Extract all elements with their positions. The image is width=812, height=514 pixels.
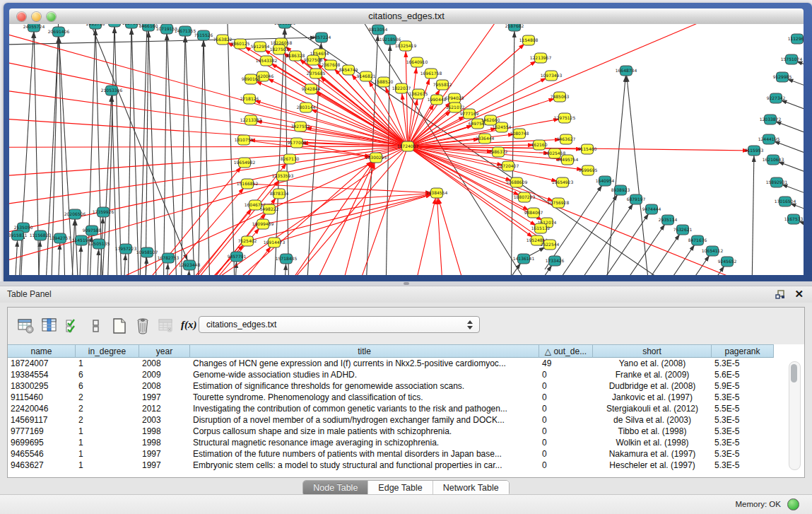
graph-node[interactable]: 18720407 (498, 161, 519, 171)
table-settings-icon[interactable] (18, 317, 35, 334)
graph-node[interactable]: 12975125 (554, 113, 576, 123)
column-header-year[interactable]: year (139, 344, 190, 358)
graph-node[interactable]: 9474444 (642, 204, 661, 214)
column-header-title[interactable]: title (190, 344, 539, 358)
graph-node[interactable]: 18325419 (395, 41, 417, 51)
graph-node[interactable]: 8938923 (611, 185, 630, 195)
graph-node[interactable]: 1362615 (409, 89, 428, 99)
graph-node[interactable]: 16961758 (420, 69, 442, 78)
tab-node-table[interactable]: Node Table (303, 481, 368, 496)
graph-node[interactable]: 16210643 (763, 155, 784, 165)
graph-node[interactable]: 9129985 (773, 72, 792, 82)
graph-node[interactable]: 7857224 (312, 33, 331, 42)
graph-node[interactable]: 6879197 (627, 194, 646, 204)
table-row[interactable]: 946362711997Embryonic stem cells: a mode… (8, 460, 789, 471)
graph-node[interactable]: 7986372 (489, 147, 508, 157)
graph-node[interactable]: 20206506 (64, 209, 86, 219)
table-row[interactable]: 969969511998Structural magnetic resonanc… (8, 437, 789, 448)
table-vertical-scrollbar[interactable] (789, 361, 801, 470)
close-panel-icon[interactable]: ✕ (794, 288, 804, 300)
graph-node[interactable]: 1810755 (235, 135, 254, 145)
table-row[interactable]: 946554611997Estimation of the future num… (8, 448, 789, 460)
panel-divider[interactable] (0, 281, 812, 286)
graph-node[interactable]: 9146821 (357, 71, 376, 81)
window-titlebar[interactable]: citations_edges.txt (9, 8, 804, 25)
graph-node[interactable]: 9115460 (578, 144, 597, 154)
graph-node[interactable]: 17016504 (775, 197, 796, 206)
stacked-squares-icon[interactable] (88, 317, 105, 334)
graph-node[interactable]: 1615132 (531, 223, 551, 233)
trash-icon[interactable] (134, 317, 151, 334)
graph-node[interactable]: 8813054 (369, 25, 388, 35)
memory-status-indicator[interactable] (787, 498, 799, 510)
column-header-name[interactable]: name (8, 344, 76, 358)
function-builder-icon[interactable]: f(x) (181, 319, 197, 331)
table-row[interactable]: 1456911722003Disruption of a novel membe… (8, 414, 789, 426)
graph-node[interactable]: 9463627 (557, 134, 576, 144)
table-row[interactable]: 1938455462009Genome-wide association stu… (8, 369, 789, 380)
select-column-icon[interactable] (41, 317, 58, 334)
graph-node[interactable]: 15718485 (276, 254, 298, 264)
table-row[interactable]: 1830029562008Estimation of significance … (8, 380, 789, 392)
graph-node[interactable]: 2493718 (86, 24, 105, 29)
graph-node[interactable]: 10958107 (136, 247, 158, 257)
graph-node[interactable]: 1154808 (519, 35, 539, 45)
scrollbar-thumb[interactable] (791, 364, 797, 382)
table-row[interactable]: 977716911998Corpus callosum shape and si… (8, 426, 789, 437)
graph-node[interactable]: 1527602 (122, 24, 141, 28)
column-header-short[interactable]: short (593, 344, 712, 358)
graph-node[interactable]: 15892931 (766, 177, 788, 187)
graph-node[interactable]: 18495754 (557, 155, 579, 165)
graph-node[interactable]: 20691406 (48, 27, 70, 37)
graph-node[interactable]: 1167533 (784, 214, 804, 224)
graph-node[interactable]: 8115953 (745, 146, 764, 156)
network-canvas[interactable]: 24055724 20691406 2493718 10655287 15276… (9, 24, 804, 275)
graph-node[interactable]: 16914473 (264, 238, 286, 247)
graph-node[interactable]: 7632621 (673, 225, 693, 235)
graph-node[interactable]: 10756928 (548, 198, 570, 208)
column-header-pagerank[interactable]: pagerank (712, 344, 774, 358)
select-rows-icon[interactable] (64, 317, 81, 334)
graph-node[interactable]: 7485063 (551, 92, 570, 102)
table-row[interactable]: 911546021997Tourette syndrome. Phenomeno… (8, 392, 789, 403)
graph-node[interactable]: 2935114 (659, 215, 678, 225)
graph-node[interactable]: 19654923 (552, 177, 574, 187)
table-select[interactable]: citations_edges.txt (199, 316, 480, 333)
graph-node[interactable]: 2367608 (322, 60, 341, 70)
graph-node[interactable]: 14671355 (175, 26, 196, 36)
graph-node[interactable]: 17359926 (93, 207, 114, 217)
table-row[interactable]: 2242004622012Investigating the contribut… (8, 403, 789, 414)
table-row[interactable]: 1872400712008Changes of HCN gene express… (8, 358, 789, 369)
graph-node[interactable]: 19654982 (234, 158, 256, 168)
tab-network-table[interactable]: Network Table (433, 481, 509, 496)
graph-node[interactable]: 15751074 (781, 54, 803, 64)
graph-node[interactable]: 12444195 (758, 134, 780, 144)
float-window-icon[interactable] (775, 289, 786, 300)
graph-node[interactable]: 8878334 (270, 189, 289, 199)
graph-node[interactable]: 12033872 (760, 115, 782, 124)
graph-node[interactable]: 9242844 (302, 84, 321, 94)
column-header-out-de-[interactable]: △ out_de... (539, 344, 593, 358)
graph-node[interactable]: 8471676 (688, 235, 707, 245)
column-header-in-degree[interactable]: in_degree (76, 344, 139, 358)
new-document-icon[interactable] (111, 317, 128, 334)
graph-node[interactable]: 8466160 (139, 24, 158, 31)
graph-node[interactable]: 9699695 (579, 165, 598, 175)
graph-node[interactable]: 12213967 (530, 53, 552, 63)
graph-node[interactable]: 1640954 (596, 176, 615, 186)
graph-node[interactable]: 18300295 (365, 153, 387, 163)
graph-node[interactable]: 8186328 (286, 51, 305, 61)
graph-node[interactable]: 14136141 (513, 254, 535, 264)
graph-node[interactable]: 19384554 (426, 188, 448, 198)
graph-node[interactable]: 5912954 (251, 42, 270, 52)
graph-node[interactable]: 2718126 (240, 94, 259, 104)
graph-node[interactable]: 17957223 (115, 244, 137, 254)
graph-node[interactable]: 1822037 (392, 83, 411, 93)
graph-node[interactable]: 3915831 (9, 230, 28, 240)
graph-node[interactable]: 10654112 (702, 246, 724, 256)
graph-node[interactable]: 9890168 (242, 74, 261, 84)
tab-edge-table[interactable]: Edge Table (368, 481, 433, 496)
graph-node[interactable]: 1112964 (788, 34, 804, 44)
graph-node[interactable]: 16640910 (406, 57, 428, 67)
graph-node[interactable]: 24055724 (23, 24, 45, 32)
